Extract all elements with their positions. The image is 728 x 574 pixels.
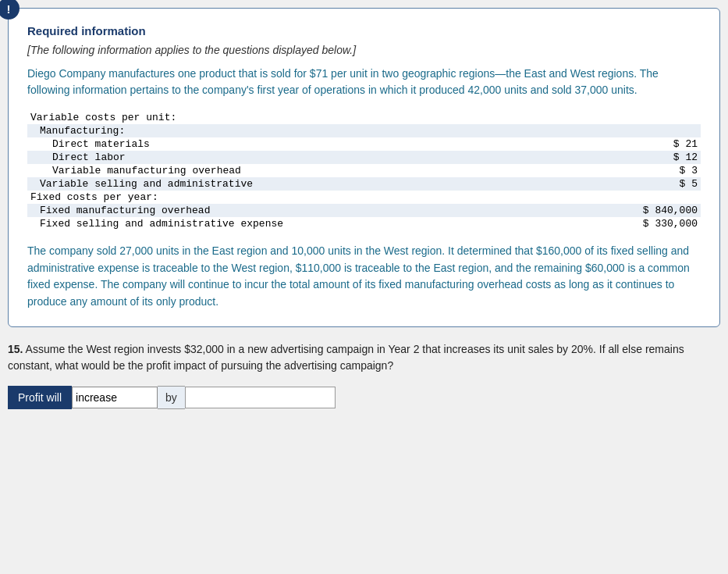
question-section: 15. Assume the West region invests $32,0…	[8, 341, 720, 409]
cost-value: $ 5	[532, 177, 701, 191]
table-row: Direct labor$ 12	[27, 151, 701, 164]
cost-value: $ 330,000	[532, 217, 701, 230]
answer-label: Profit will	[8, 386, 72, 409]
alert-icon: !	[0, 0, 20, 20]
question-body: Assume the West region invests $32,000 i…	[8, 343, 684, 373]
cost-label: Manufacturing:	[27, 124, 532, 137]
cost-table: Variable costs per unit:Manufacturing:Di…	[27, 111, 701, 230]
table-row: Fixed selling and administrative expense…	[27, 217, 701, 230]
cost-label: Direct labor	[27, 151, 532, 164]
table-row: Variable selling and administrative$ 5	[27, 177, 701, 191]
cost-value: $ 3	[532, 164, 701, 177]
table-row: Variable costs per unit:	[27, 111, 701, 124]
desc-text: The company sold 27,000 units in the Eas…	[27, 243, 701, 311]
question-number: 15.	[8, 343, 23, 355]
cost-value	[532, 111, 701, 124]
table-row: Variable manufacturing overhead$ 3	[27, 164, 701, 177]
cost-label: Variable selling and administrative	[27, 177, 532, 191]
cost-value: $ 12	[532, 151, 701, 164]
question-text: 15. Assume the West region invests $32,0…	[8, 341, 720, 375]
by-label: by	[158, 386, 185, 409]
answer-row: Profit will increasedecreaseno change by	[8, 386, 720, 409]
intro-text: Diego Company manufactures one product t…	[27, 66, 701, 98]
required-title: Required information	[27, 24, 701, 37]
cost-value	[532, 124, 701, 137]
italic-note: [The following information applies to th…	[27, 44, 701, 56]
cost-value: $ 21	[532, 137, 701, 151]
profit-direction-select[interactable]: increasedecreaseno change	[72, 387, 158, 408]
required-title-text: Required information	[27, 24, 146, 37]
cost-value	[532, 191, 701, 204]
cost-label: Direct materials	[27, 137, 532, 151]
cost-label: Variable manufacturing overhead	[27, 164, 532, 177]
cost-value: $ 840,000	[532, 204, 701, 217]
table-row: Direct materials$ 21	[27, 137, 701, 151]
cost-label: Fixed manufacturing overhead	[27, 204, 532, 217]
table-row: Fixed manufacturing overhead$ 840,000	[27, 204, 701, 217]
cost-label: Fixed selling and administrative expense	[27, 217, 532, 230]
cost-label: Fixed costs per year:	[27, 191, 532, 204]
table-row: Fixed costs per year:	[27, 191, 701, 204]
info-box: ! Required information [The following in…	[8, 8, 720, 327]
profit-amount-input[interactable]	[185, 387, 336, 408]
cost-label: Variable costs per unit:	[27, 111, 532, 124]
table-row: Manufacturing:	[27, 124, 701, 137]
